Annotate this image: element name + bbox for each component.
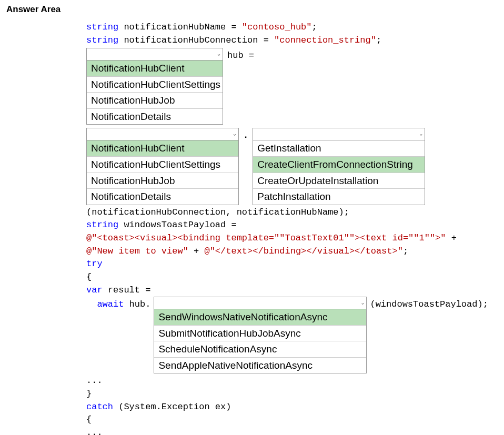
page-title: Answer Area: [6, 4, 498, 15]
keyword: await: [97, 299, 124, 309]
dropdown-option[interactable]: PatchInstallation: [253, 189, 425, 205]
dropdown-option[interactable]: NotificationHubJob: [87, 173, 238, 189]
code-line: catch (System.Exception ex): [86, 401, 498, 414]
dropdown-list: NotificationHubClient NotificationHubCli…: [86, 60, 223, 125]
dropdown-2[interactable]: ⌄ NotificationHubClient NotificationHubC…: [86, 128, 239, 205]
code-text: notificationHubConnection =: [118, 35, 274, 45]
chevron-down-icon: ⌄: [217, 50, 220, 58]
code-text: hub =: [227, 48, 254, 63]
dropdown-option[interactable]: NotificationHubClientSettings: [87, 77, 223, 93]
code-line: string windowsToastPayload =: [86, 219, 498, 232]
dropdown-list: NotificationHubClient NotificationHubCli…: [86, 140, 239, 205]
code-text: (windowsToastPayload);: [370, 297, 488, 311]
dropdown-select[interactable]: ⌄: [253, 128, 425, 140]
code-line: (notificationHubConnection, notification…: [86, 206, 498, 219]
code-text: +: [188, 246, 205, 256]
code-line: {: [86, 271, 498, 284]
string-literal: New item to view: [97, 246, 183, 256]
chevron-down-icon: ⌄: [233, 130, 236, 138]
string-literal: @": [86, 233, 97, 243]
string-literal: ": [440, 233, 446, 243]
code-line: @"New item to view" + @"</text></binding…: [86, 245, 498, 258]
dropdown-select[interactable]: ⌄: [86, 128, 239, 140]
dropdown-3[interactable]: ⌄ GetInstallation CreateClientFromConnec…: [253, 128, 425, 205]
code-text: (System.Exception ex): [113, 402, 231, 412]
dot-separator: .: [243, 128, 248, 143]
dropdown-list: GetInstallation CreateClientFromConnecti…: [253, 140, 425, 205]
keyword: string: [86, 220, 118, 230]
code-text: await hub.: [86, 297, 150, 311]
code-line: ...: [86, 375, 498, 388]
code-text: notificationHubName =: [118, 22, 242, 32]
dropdown-row-1: ⌄ NotificationHubClient NotificationHubC…: [86, 48, 498, 125]
keyword: string: [86, 22, 118, 32]
dropdown-option[interactable]: ScheduleNotificationAsync: [154, 341, 366, 358]
string-literal: @": [204, 246, 215, 256]
code-text: windowsToastPayload =: [118, 220, 236, 230]
dropdown-select[interactable]: ⌄: [154, 297, 367, 309]
string-literal: ": [398, 246, 403, 256]
keyword: string: [86, 35, 118, 45]
dropdown-option[interactable]: CreateOrUpdateInstallation: [253, 173, 425, 189]
dropdown-option[interactable]: NotificationHubClient: [87, 140, 238, 157]
code-line: try: [86, 258, 498, 271]
dropdown-option[interactable]: NotificationHubClientSettings: [87, 157, 238, 173]
chevron-down-icon: ⌄: [361, 299, 364, 307]
dropdown-select[interactable]: ⌄: [86, 48, 223, 60]
string-literal: "connection_string": [274, 35, 376, 45]
dropdown-option[interactable]: CreateClientFromConnectionString: [253, 157, 425, 173]
string-literal: </text></binding></visual></toast>: [215, 246, 398, 256]
dropdown-option[interactable]: NotificationHubClient: [87, 60, 223, 77]
code-line: var result =: [86, 284, 498, 297]
keyword: try: [86, 259, 103, 269]
dropdown-4[interactable]: ⌄ SendWindowsNativeNotificationAsync Sub…: [154, 297, 367, 373]
code-line: string notificationHubName = "contoso_hu…: [86, 21, 498, 34]
string-literal: @": [86, 246, 97, 256]
dropdown-1[interactable]: ⌄ NotificationHubClient NotificationHubC…: [86, 48, 223, 125]
code-text: ;: [311, 22, 317, 32]
keyword: catch: [86, 402, 113, 412]
code-text: ;: [403, 246, 408, 256]
code-text: result =: [103, 285, 151, 295]
dropdown-row-2: ⌄ NotificationHubClient NotificationHubC…: [86, 128, 498, 205]
keyword: var: [86, 285, 103, 295]
code-line: ...: [86, 427, 498, 435]
dropdown-option[interactable]: NotificationDetails: [87, 189, 238, 205]
code-text: hub.: [124, 299, 150, 309]
code-line: {: [86, 413, 498, 427]
code-line: @"<toast><visual><binding template=""Toa…: [86, 232, 498, 245]
dropdown-option[interactable]: NotificationDetails: [87, 109, 223, 125]
dropdown-option[interactable]: SubmitNotificationHubJobAsync: [154, 326, 366, 342]
await-row: await hub. ⌄ SendWindowsNativeNotificati…: [86, 297, 498, 373]
dropdown-option[interactable]: NotificationHubJob: [87, 93, 223, 109]
code-block: string notificationHubName = "contoso_hu…: [86, 21, 498, 435]
dropdown-option[interactable]: SendAppleNativeNotificationAsync: [154, 358, 366, 373]
code-line: string notificationHubConnection = "conn…: [86, 34, 498, 47]
dropdown-list: SendWindowsNativeNotificationAsync Submi…: [154, 309, 367, 373]
code-line: }: [86, 388, 498, 401]
chevron-down-icon: ⌄: [419, 130, 422, 138]
dropdown-option[interactable]: GetInstallation: [253, 140, 425, 157]
dropdown-option[interactable]: SendWindowsNativeNotificationAsync: [154, 309, 366, 326]
string-literal: ": [183, 246, 188, 256]
code-text: ;: [376, 35, 381, 45]
string-literal: "contoso_hub": [242, 22, 312, 32]
code-text: +: [446, 233, 457, 243]
string-literal: <toast><visual><binding template=""Toast…: [97, 233, 440, 243]
